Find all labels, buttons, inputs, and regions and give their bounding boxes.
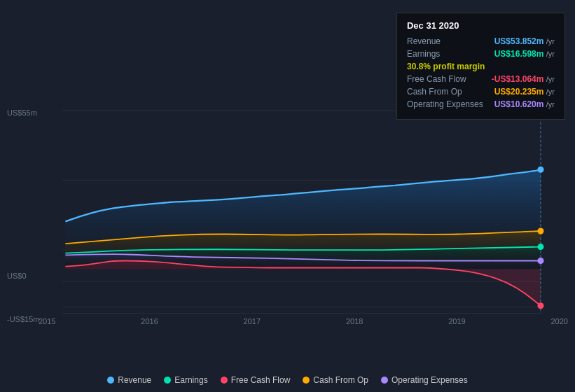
legend-dot-fcf (221, 377, 228, 384)
chart-legend: Revenue Earnings Free Cash Flow Cash Fro… (0, 375, 575, 385)
tooltip-box: Dec 31 2020 Revenue US$53.852m /yr Earni… (396, 13, 565, 120)
legend-item-earnings[interactable]: Earnings (164, 375, 207, 385)
legend-label-revenue: Revenue (118, 375, 151, 385)
legend-dot-opex (381, 377, 388, 384)
tooltip-fcf-label: Free Cash Flow (407, 74, 466, 84)
tooltip-opex-row: Operating Expenses US$10.620m /yr (407, 99, 555, 109)
tooltip-cashop-value: US$20.235m /yr (494, 87, 555, 97)
svg-point-7 (537, 227, 543, 234)
svg-point-9 (537, 258, 543, 264)
tooltip-revenue-row: Revenue US$53.852m /yr (407, 36, 555, 46)
tooltip-earnings-label: Earnings (407, 49, 440, 59)
tooltip-opex-label: Operating Expenses (407, 99, 483, 109)
legend-label-cashop: Cash From Op (313, 375, 368, 385)
tooltip-cashop-row: Cash From Op US$20.235m /yr (407, 87, 555, 97)
x-label-2019: 2019 (448, 317, 465, 326)
legend-item-fcf[interactable]: Free Cash Flow (221, 375, 291, 385)
legend-dot-earnings (164, 377, 171, 384)
x-label-2018: 2018 (346, 317, 363, 326)
svg-point-10 (537, 302, 543, 309)
x-label-2020: 2020 (550, 317, 567, 326)
tooltip-fcf-value: -US$13.064m /yr (492, 74, 555, 84)
tooltip-earnings-value: US$16.598m /yr (494, 49, 555, 59)
legend-item-opex[interactable]: Operating Expenses (381, 375, 468, 385)
x-label-2016: 2016 (141, 317, 158, 326)
legend-label-opex: Operating Expenses (392, 375, 468, 385)
tooltip-date: Dec 31 2020 (407, 20, 555, 31)
tooltip-revenue-label: Revenue (407, 36, 441, 46)
svg-point-8 (537, 244, 543, 250)
tooltip-fcf-row: Free Cash Flow -US$13.064m /yr (407, 74, 555, 84)
x-axis-labels: 2015 2016 2017 2018 2019 2020 (39, 317, 568, 326)
legend-label-fcf: Free Cash Flow (231, 375, 291, 385)
x-label-2017: 2017 (244, 317, 261, 326)
tooltip-opex-value: US$10.620m /yr (494, 99, 555, 109)
legend-dot-cashop (303, 377, 310, 384)
legend-item-cashop[interactable]: Cash From Op (303, 375, 368, 385)
svg-point-6 (537, 167, 543, 173)
tooltip-revenue-value: US$53.852m /yr (494, 36, 555, 46)
page-wrapper: Dec 31 2020 Revenue US$53.852m /yr Earni… (0, 0, 575, 392)
tooltip-profit-margin: 30.8% profit margin (407, 62, 555, 71)
legend-dot-revenue (107, 377, 114, 384)
tooltip-earnings-row: Earnings US$16.598m /yr (407, 49, 555, 59)
x-label-2015: 2015 (39, 317, 55, 326)
legend-item-revenue[interactable]: Revenue (107, 375, 151, 385)
legend-label-earnings: Earnings (174, 375, 207, 385)
tooltip-cashop-label: Cash From Op (407, 87, 462, 97)
